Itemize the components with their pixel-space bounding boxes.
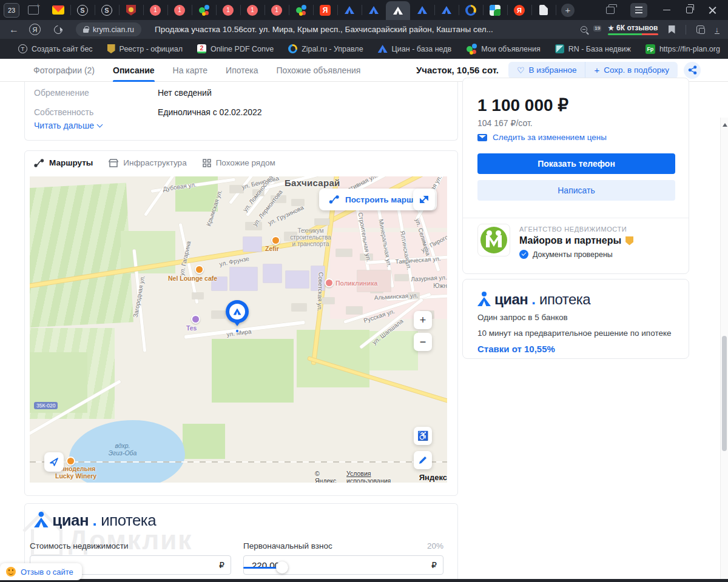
bookmarks-bar: ТСоздать сайт бес Реестр - официал 2Onli… xyxy=(0,39,728,59)
pinned-tab-yandex2[interactable]: Я xyxy=(507,0,531,20)
zoom-in-button[interactable]: + xyxy=(414,311,432,329)
download-icon[interactable]: ↓ xyxy=(715,25,720,34)
pinned-tab-yandex[interactable]: Я xyxy=(313,0,337,20)
pinned-tab-profile1[interactable] xyxy=(192,0,216,20)
pinned-tab-cian1[interactable] xyxy=(337,0,362,20)
tab-description[interactable]: Описание xyxy=(113,59,155,82)
mortgage-line-2: 10 минут на предварительное решение по и… xyxy=(477,329,674,338)
emblem-icon xyxy=(126,5,136,16)
street-label: Советская ул. xyxy=(316,272,324,312)
pinned-tab-sber[interactable] xyxy=(483,0,507,20)
site-feedback-button[interactable]: Отзыв о сайте xyxy=(0,563,82,580)
map-tab-similar-nearby[interactable]: Похожие рядом xyxy=(203,158,275,167)
url-field[interactable]: krym.cian.ru xyxy=(76,22,141,36)
site-reviews-widget[interactable]: ★6К отзывов xyxy=(608,24,658,35)
bookmark-my-ads[interactable]: Мои объявления xyxy=(466,44,541,55)
accessibility-button[interactable]: ♿ xyxy=(414,427,432,445)
bookmark-finplan[interactable]: Fphttps://fin-plan.org xyxy=(645,44,720,54)
poi-tes-icon[interactable] xyxy=(191,315,200,324)
show-phone-button[interactable]: Показать телефон xyxy=(477,153,675,174)
close-button[interactable] xyxy=(709,6,717,15)
bookmark-flag-icon[interactable] xyxy=(669,25,675,34)
poi-clinic-icon[interactable] xyxy=(325,278,334,287)
mortgage-calculator-card: Домклик циан.ипотека Стоимость недвижимо… xyxy=(24,503,458,582)
agency-name[interactable]: Майоров и партнеры xyxy=(519,235,633,246)
down-payment-slider[interactable] xyxy=(243,567,443,569)
terms-link[interactable]: Условия использования xyxy=(346,470,414,483)
map-card: Маршруты Инфраструктура Похожие рядом xyxy=(24,150,458,496)
refresh-icon[interactable] xyxy=(52,24,64,36)
yandex-map[interactable]: Бахчисарай Дубовая ул. Крымская ул. ул. … xyxy=(30,176,447,483)
extension-icon[interactable] xyxy=(696,25,704,33)
tab-similar[interactable]: Похожие объявления xyxy=(276,59,360,82)
scroll-up-arrow[interactable] xyxy=(723,121,727,127)
minimize-button[interactable] xyxy=(663,10,670,11)
scrollbar-thumb[interactable] xyxy=(722,336,727,451)
pinned-tab-s1[interactable]: S xyxy=(70,0,95,20)
bookmark-tilda[interactable]: ТСоздать сайт бес xyxy=(18,44,93,53)
poi-cafe-icon[interactable] xyxy=(195,265,204,274)
pinned-tab-cian2[interactable] xyxy=(362,0,386,20)
share-button[interactable] xyxy=(684,62,701,79)
pinned-tab-s2[interactable]: S xyxy=(95,0,119,20)
poi-winery-icon[interactable] xyxy=(66,457,75,466)
listing-map-pin[interactable] xyxy=(226,300,249,323)
poi-zefir-icon[interactable] xyxy=(271,236,280,245)
bookmark-cian[interactable]: Циан - база недв xyxy=(378,45,452,53)
pinned-tab-opera[interactable] xyxy=(459,0,483,20)
tab-panel-icon[interactable] xyxy=(606,7,615,14)
zoom-out-button[interactable]: − xyxy=(414,333,432,351)
edit-map-button[interactable] xyxy=(414,451,432,469)
fullscreen-map-button[interactable] xyxy=(413,189,435,210)
browser-menu-button[interactable] xyxy=(630,3,647,18)
read-more-link[interactable]: Читать дальше xyxy=(34,121,102,130)
new-tab-group-icon[interactable] xyxy=(28,5,39,15)
bookmark-zipal[interactable]: Zipal.ru - Управле xyxy=(288,44,363,53)
watch-price-link[interactable]: Следить за изменением цены xyxy=(477,133,607,142)
agency-block[interactable]: АГЕНТСТВО НЕДВИЖИМОСТИ Майоров и партнер… xyxy=(477,224,633,259)
map-tab-routes[interactable]: Маршруты xyxy=(34,158,93,167)
poi-label: Поликлиника xyxy=(335,279,377,287)
active-tab-cian[interactable] xyxy=(386,1,410,20)
geolocation-button[interactable] xyxy=(44,452,64,472)
pinned-tab-notif5[interactable]: 1 xyxy=(265,0,289,20)
pinned-tab-document[interactable] xyxy=(531,0,556,20)
pinned-tab-notif2[interactable]: 1 xyxy=(167,0,192,20)
smiley-icon xyxy=(6,567,16,577)
divider xyxy=(463,218,689,218)
map-tab-infrastructure[interactable]: Инфраструктура xyxy=(109,158,186,167)
page-scrollbar[interactable] xyxy=(720,118,728,582)
tab-counter[interactable]: 23 xyxy=(4,3,19,18)
restore-button[interactable] xyxy=(686,7,693,13)
tab-mortgage[interactable]: Ипотека xyxy=(226,59,258,82)
bookmark-rn[interactable]: RN - База недвиж xyxy=(555,44,631,53)
pinned-tab-notif3[interactable]: 1 xyxy=(216,0,240,20)
poi-tech-label: Техникумстроительстваи транспорта xyxy=(283,227,338,247)
profile-dots-icon xyxy=(466,44,477,55)
back-icon[interactable]: ← xyxy=(5,24,23,35)
down-payment-input[interactable] xyxy=(243,555,443,575)
bookmark-reestr[interactable]: Реестр - официал xyxy=(107,44,183,53)
yandex-circle-icon: Я xyxy=(514,5,525,16)
pinned-tab-notif4[interactable]: 1 xyxy=(240,0,265,20)
pinned-tab-notif1[interactable]: 1 xyxy=(143,0,167,20)
detail-row: Обременение Нет сведений xyxy=(34,88,212,98)
pinned-tab-cian3[interactable] xyxy=(410,0,434,20)
pinned-tab-profile2[interactable] xyxy=(289,0,313,20)
pinned-tab-cian4[interactable] xyxy=(434,0,459,20)
new-tab-button[interactable]: + xyxy=(556,0,580,20)
pinned-tab-mail[interactable] xyxy=(46,0,70,20)
save-to-collection-button[interactable]: Сохр. в подборку xyxy=(585,62,678,79)
mortgage-rates-link[interactable]: Ставки от 10,55% xyxy=(477,344,674,354)
plus-icon xyxy=(594,65,599,75)
bookmark-pdf[interactable]: 2Online PDF Conve xyxy=(197,44,274,53)
zoom-out-icon[interactable] xyxy=(581,26,587,33)
pinned-tab-emblem[interactable] xyxy=(119,0,143,20)
browser-logo-icon[interactable]: Я xyxy=(29,24,41,35)
slider-handle[interactable] xyxy=(276,561,288,574)
tab-photos[interactable]: Фотографии (2) xyxy=(33,59,95,82)
favorite-button[interactable]: ♡В избранное xyxy=(508,62,585,79)
write-message-button[interactable]: Написать xyxy=(477,180,675,201)
pencil-icon xyxy=(419,456,427,464)
tab-on-map[interactable]: На карте xyxy=(173,59,208,82)
